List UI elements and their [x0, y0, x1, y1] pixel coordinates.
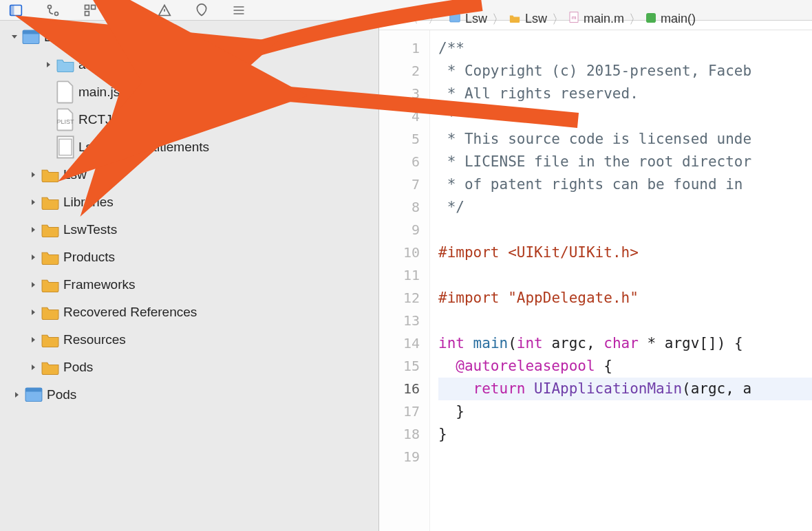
entitlements-icon: [56, 140, 74, 155]
code-line[interactable]: }: [438, 423, 812, 446]
code-line[interactable]: * LICENSE file in the root director: [438, 151, 812, 173]
forward-icon[interactable]: 〉: [428, 11, 440, 27]
navigator-item-label: Frameworks: [63, 277, 136, 292]
disclosure-triangle-icon[interactable]: [29, 335, 39, 345]
navigator-item-label: Recovered References: [63, 305, 197, 320]
navigator-row[interactable]: Pods: [0, 354, 378, 381]
code-line[interactable]: return UIApplicationMain(argc, a: [438, 378, 812, 400]
navigator-row[interactable]: Resources: [0, 326, 378, 354]
breadcrumb-item[interactable]: Lsw: [465, 12, 487, 26]
navigator-row-project[interactable]: Lsw: [0, 23, 378, 51]
svg-rect-11: [57, 136, 73, 158]
issue-navigator-icon[interactable]: [156, 3, 173, 18]
navigator-item-label: Resources: [63, 332, 126, 347]
folder-icon: [41, 167, 59, 182]
svg-rect-17: [450, 14, 460, 22]
find-navigator-icon[interactable]: [118, 3, 136, 18]
chevron-right-icon: 〉: [552, 11, 564, 28]
xcodeproj-icon: [449, 12, 460, 26]
navigator-item-label: main.jsbundle: [78, 85, 159, 100]
navigator-row[interactable]: Recovered References: [0, 299, 378, 326]
code-content[interactable]: /** * Copyright (c) 2015-present, Faceb …: [430, 30, 812, 531]
svg-point-3: [55, 12, 58, 15]
code-line[interactable]: * All rights reserved.: [438, 83, 812, 105]
project-navigator[interactable]: Lsw assetsmain.jsbundlePLISTRCTJShareCon…: [0, 21, 379, 531]
code-line[interactable]: /**: [438, 37, 812, 60]
navigator-row[interactable]: Lsw: [0, 161, 378, 188]
disclosure-triangle-icon[interactable]: [12, 390, 22, 400]
code-line[interactable]: * This source code is licensed unde: [438, 128, 812, 151]
navigator-row[interactable]: Lsw-tvOS.entitlements: [0, 133, 378, 161]
code-line[interactable]: [438, 264, 812, 287]
navigator-row-project-pods[interactable]: Pods: [0, 381, 378, 409]
navigator-row[interactable]: Products: [0, 243, 378, 271]
svg-rect-20: [646, 13, 656, 23]
function-icon: [646, 12, 656, 26]
symbol-navigator-icon[interactable]: [81, 3, 99, 18]
breadcrumb[interactable]: Lsw 〉 Lsw 〉 m main.m 〉 main(): [449, 11, 696, 28]
folder-blue-icon: [56, 57, 74, 72]
code-line[interactable]: *: [438, 105, 812, 128]
related-items-icon[interactable]: [385, 12, 397, 26]
breadcrumb-item[interactable]: main(): [661, 12, 696, 26]
breadcrumb-item[interactable]: Lsw: [525, 12, 547, 26]
code-line[interactable]: @autoreleasepool {: [438, 355, 812, 378]
code-line[interactable]: int main(int argc, char * argv[]) {: [438, 332, 812, 355]
navigator-item-label: Pods: [63, 360, 93, 375]
navigator-row[interactable]: main.jsbundle: [0, 78, 378, 106]
code-line[interactable]: */: [438, 196, 812, 219]
plist-icon: PLIST: [56, 112, 74, 127]
test-navigator-icon[interactable]: [193, 3, 211, 18]
chevron-right-icon: 〉: [492, 11, 504, 28]
folder-icon: [41, 195, 59, 210]
folder-icon: [41, 332, 59, 347]
folder-icon: [41, 360, 59, 375]
disclosure-triangle-icon[interactable]: [44, 60, 54, 69]
svg-text:m: m: [572, 14, 577, 21]
navigator-item-label: Lsw: [63, 167, 87, 182]
folder-icon: [41, 222, 59, 237]
disclosure-triangle-icon[interactable]: [29, 197, 39, 207]
code-line[interactable]: [438, 310, 812, 332]
disclosure-triangle-icon[interactable]: [29, 170, 39, 180]
svg-rect-1: [10, 5, 14, 15]
navigator-item-label: RCTJShareConfig.plist: [78, 112, 211, 127]
xcodeproj-icon: [25, 387, 43, 402]
svg-rect-5: [92, 5, 96, 9]
navigator-item-label: Libraries: [63, 195, 114, 210]
code-line[interactable]: * Copyright (c) 2015-present, Faceb: [438, 60, 812, 83]
svg-point-2: [48, 5, 52, 8]
navigator-row[interactable]: assets: [0, 51, 378, 78]
breadcrumb-item[interactable]: main.m: [584, 12, 624, 26]
source-control-icon[interactable]: [44, 3, 62, 18]
navigator-row[interactable]: LswTests: [0, 216, 378, 243]
svg-text:PLIST: PLIST: [56, 119, 74, 126]
disclosure-triangle-icon[interactable]: [29, 280, 39, 290]
disclosure-triangle-icon[interactable]: [29, 252, 39, 262]
code-line[interactable]: #import "AppDelegate.h": [438, 287, 812, 310]
code-line[interactable]: [438, 446, 812, 468]
svg-rect-4: [85, 5, 89, 9]
disclosure-triangle-icon[interactable]: [29, 362, 39, 372]
disclosure-triangle-icon[interactable]: [29, 307, 39, 317]
disclosure-triangle-open-icon[interactable]: [10, 32, 19, 42]
navigator-row[interactable]: Libraries: [0, 188, 378, 216]
folder-icon: [41, 250, 59, 265]
code-line[interactable]: [438, 219, 812, 241]
back-icon[interactable]: 〈: [407, 11, 418, 27]
navigator-item-label: Products: [63, 250, 115, 265]
svg-rect-15: [385, 14, 390, 22]
svg-rect-6: [85, 11, 89, 15]
code-line[interactable]: * of patent rights can be found in: [438, 173, 812, 196]
svg-rect-14: [25, 388, 42, 391]
folder-icon: [41, 305, 59, 320]
jump-bar[interactable]: 〈 〉 Lsw 〉 Lsw 〉 m main.m 〉 main(): [379, 8, 812, 30]
disclosure-triangle-icon[interactable]: [29, 225, 39, 235]
project-navigator-icon[interactable]: [7, 3, 25, 18]
navigator-row[interactable]: Frameworks: [0, 271, 378, 299]
code-line[interactable]: }: [438, 400, 812, 423]
debug-navigator-icon[interactable]: [230, 3, 248, 18]
folder-icon: [509, 12, 520, 26]
navigator-row[interactable]: PLISTRCTJShareConfig.plist: [0, 106, 378, 133]
code-line[interactable]: #import <UIKit/UIKit.h>: [438, 241, 812, 264]
